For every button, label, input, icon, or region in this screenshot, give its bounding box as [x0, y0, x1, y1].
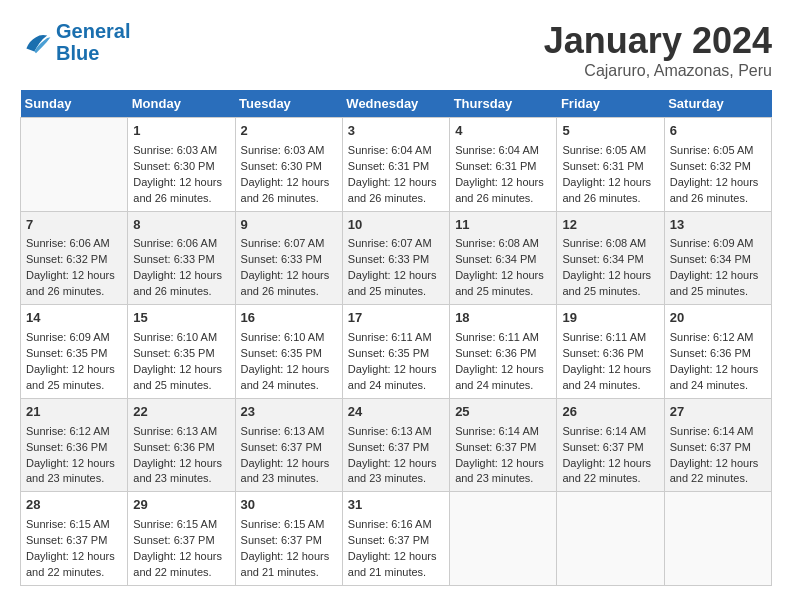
day-number: 7 [26, 216, 122, 235]
calendar-cell: 24Sunrise: 6:13 AM Sunset: 6:37 PM Dayli… [342, 398, 449, 492]
calendar-cell: 5Sunrise: 6:05 AM Sunset: 6:31 PM Daylig… [557, 118, 664, 212]
calendar-week-row: 1Sunrise: 6:03 AM Sunset: 6:30 PM Daylig… [21, 118, 772, 212]
calendar-cell: 30Sunrise: 6:15 AM Sunset: 6:37 PM Dayli… [235, 492, 342, 586]
day-number: 25 [455, 403, 551, 422]
weekday-header-monday: Monday [128, 90, 235, 118]
day-number: 31 [348, 496, 444, 515]
day-info: Sunrise: 6:10 AM Sunset: 6:35 PM Dayligh… [133, 331, 222, 391]
month-title: January 2024 [544, 20, 772, 62]
day-info: Sunrise: 6:06 AM Sunset: 6:32 PM Dayligh… [26, 237, 115, 297]
calendar-cell: 17Sunrise: 6:11 AM Sunset: 6:35 PM Dayli… [342, 305, 449, 399]
day-info: Sunrise: 6:03 AM Sunset: 6:30 PM Dayligh… [133, 144, 222, 204]
day-number: 14 [26, 309, 122, 328]
day-info: Sunrise: 6:04 AM Sunset: 6:31 PM Dayligh… [348, 144, 437, 204]
day-number: 8 [133, 216, 229, 235]
calendar-cell: 26Sunrise: 6:14 AM Sunset: 6:37 PM Dayli… [557, 398, 664, 492]
calendar-week-row: 7Sunrise: 6:06 AM Sunset: 6:32 PM Daylig… [21, 211, 772, 305]
calendar-cell: 7Sunrise: 6:06 AM Sunset: 6:32 PM Daylig… [21, 211, 128, 305]
day-info: Sunrise: 6:13 AM Sunset: 6:37 PM Dayligh… [241, 425, 330, 485]
calendar-cell: 22Sunrise: 6:13 AM Sunset: 6:36 PM Dayli… [128, 398, 235, 492]
calendar-cell: 9Sunrise: 6:07 AM Sunset: 6:33 PM Daylig… [235, 211, 342, 305]
day-info: Sunrise: 6:10 AM Sunset: 6:35 PM Dayligh… [241, 331, 330, 391]
calendar-cell: 2Sunrise: 6:03 AM Sunset: 6:30 PM Daylig… [235, 118, 342, 212]
title-block: January 2024 Cajaruro, Amazonas, Peru [544, 20, 772, 80]
day-info: Sunrise: 6:03 AM Sunset: 6:30 PM Dayligh… [241, 144, 330, 204]
day-info: Sunrise: 6:13 AM Sunset: 6:36 PM Dayligh… [133, 425, 222, 485]
day-info: Sunrise: 6:16 AM Sunset: 6:37 PM Dayligh… [348, 518, 437, 578]
day-number: 23 [241, 403, 337, 422]
day-info: Sunrise: 6:06 AM Sunset: 6:33 PM Dayligh… [133, 237, 222, 297]
day-info: Sunrise: 6:14 AM Sunset: 6:37 PM Dayligh… [562, 425, 651, 485]
day-number: 9 [241, 216, 337, 235]
calendar-cell: 21Sunrise: 6:12 AM Sunset: 6:36 PM Dayli… [21, 398, 128, 492]
day-info: Sunrise: 6:07 AM Sunset: 6:33 PM Dayligh… [348, 237, 437, 297]
weekday-header-saturday: Saturday [664, 90, 771, 118]
calendar-cell [557, 492, 664, 586]
weekday-header-tuesday: Tuesday [235, 90, 342, 118]
day-number: 29 [133, 496, 229, 515]
day-info: Sunrise: 6:09 AM Sunset: 6:35 PM Dayligh… [26, 331, 115, 391]
calendar-cell: 11Sunrise: 6:08 AM Sunset: 6:34 PM Dayli… [450, 211, 557, 305]
calendar-cell: 27Sunrise: 6:14 AM Sunset: 6:37 PM Dayli… [664, 398, 771, 492]
day-info: Sunrise: 6:05 AM Sunset: 6:31 PM Dayligh… [562, 144, 651, 204]
location-subtitle: Cajaruro, Amazonas, Peru [544, 62, 772, 80]
day-number: 2 [241, 122, 337, 141]
calendar-cell: 4Sunrise: 6:04 AM Sunset: 6:31 PM Daylig… [450, 118, 557, 212]
day-info: Sunrise: 6:12 AM Sunset: 6:36 PM Dayligh… [26, 425, 115, 485]
weekday-header-row: SundayMondayTuesdayWednesdayThursdayFrid… [21, 90, 772, 118]
day-info: Sunrise: 6:11 AM Sunset: 6:36 PM Dayligh… [562, 331, 651, 391]
day-info: Sunrise: 6:04 AM Sunset: 6:31 PM Dayligh… [455, 144, 544, 204]
day-number: 1 [133, 122, 229, 141]
calendar-cell: 28Sunrise: 6:15 AM Sunset: 6:37 PM Dayli… [21, 492, 128, 586]
page-header: General Blue January 2024 Cajaruro, Amaz… [20, 20, 772, 80]
day-info: Sunrise: 6:15 AM Sunset: 6:37 PM Dayligh… [26, 518, 115, 578]
calendar-week-row: 28Sunrise: 6:15 AM Sunset: 6:37 PM Dayli… [21, 492, 772, 586]
day-info: Sunrise: 6:11 AM Sunset: 6:36 PM Dayligh… [455, 331, 544, 391]
day-info: Sunrise: 6:15 AM Sunset: 6:37 PM Dayligh… [133, 518, 222, 578]
calendar-cell: 20Sunrise: 6:12 AM Sunset: 6:36 PM Dayli… [664, 305, 771, 399]
day-info: Sunrise: 6:08 AM Sunset: 6:34 PM Dayligh… [455, 237, 544, 297]
calendar-cell: 1Sunrise: 6:03 AM Sunset: 6:30 PM Daylig… [128, 118, 235, 212]
calendar-cell: 3Sunrise: 6:04 AM Sunset: 6:31 PM Daylig… [342, 118, 449, 212]
calendar-cell: 31Sunrise: 6:16 AM Sunset: 6:37 PM Dayli… [342, 492, 449, 586]
weekday-header-thursday: Thursday [450, 90, 557, 118]
weekday-header-wednesday: Wednesday [342, 90, 449, 118]
calendar-cell: 19Sunrise: 6:11 AM Sunset: 6:36 PM Dayli… [557, 305, 664, 399]
day-info: Sunrise: 6:14 AM Sunset: 6:37 PM Dayligh… [670, 425, 759, 485]
calendar-cell: 12Sunrise: 6:08 AM Sunset: 6:34 PM Dayli… [557, 211, 664, 305]
day-info: Sunrise: 6:08 AM Sunset: 6:34 PM Dayligh… [562, 237, 651, 297]
logo: General Blue [20, 20, 130, 64]
day-number: 6 [670, 122, 766, 141]
day-number: 4 [455, 122, 551, 141]
calendar-cell: 18Sunrise: 6:11 AM Sunset: 6:36 PM Dayli… [450, 305, 557, 399]
day-number: 3 [348, 122, 444, 141]
day-number: 13 [670, 216, 766, 235]
calendar-week-row: 14Sunrise: 6:09 AM Sunset: 6:35 PM Dayli… [21, 305, 772, 399]
day-info: Sunrise: 6:07 AM Sunset: 6:33 PM Dayligh… [241, 237, 330, 297]
calendar-cell [450, 492, 557, 586]
day-number: 17 [348, 309, 444, 328]
day-number: 18 [455, 309, 551, 328]
calendar-cell [664, 492, 771, 586]
day-number: 28 [26, 496, 122, 515]
weekday-header-sunday: Sunday [21, 90, 128, 118]
day-number: 19 [562, 309, 658, 328]
day-info: Sunrise: 6:05 AM Sunset: 6:32 PM Dayligh… [670, 144, 759, 204]
day-number: 10 [348, 216, 444, 235]
logo-bird-icon [20, 26, 52, 58]
calendar-cell: 15Sunrise: 6:10 AM Sunset: 6:35 PM Dayli… [128, 305, 235, 399]
day-number: 26 [562, 403, 658, 422]
calendar-cell: 6Sunrise: 6:05 AM Sunset: 6:32 PM Daylig… [664, 118, 771, 212]
calendar-cell: 10Sunrise: 6:07 AM Sunset: 6:33 PM Dayli… [342, 211, 449, 305]
day-info: Sunrise: 6:12 AM Sunset: 6:36 PM Dayligh… [670, 331, 759, 391]
calendar-cell: 23Sunrise: 6:13 AM Sunset: 6:37 PM Dayli… [235, 398, 342, 492]
day-number: 21 [26, 403, 122, 422]
day-number: 12 [562, 216, 658, 235]
calendar-cell: 13Sunrise: 6:09 AM Sunset: 6:34 PM Dayli… [664, 211, 771, 305]
calendar-cell [21, 118, 128, 212]
calendar-table: SundayMondayTuesdayWednesdayThursdayFrid… [20, 90, 772, 586]
logo-text: General Blue [56, 20, 130, 64]
day-number: 27 [670, 403, 766, 422]
calendar-cell: 25Sunrise: 6:14 AM Sunset: 6:37 PM Dayli… [450, 398, 557, 492]
day-number: 30 [241, 496, 337, 515]
